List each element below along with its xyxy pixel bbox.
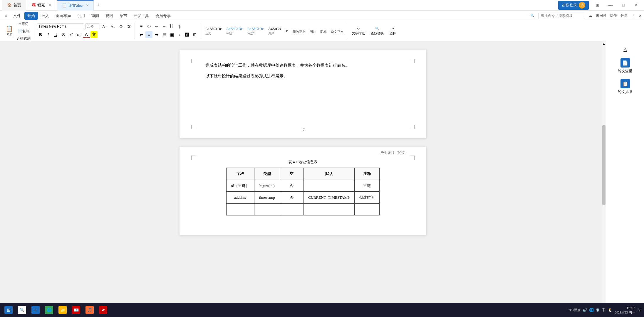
- page2-content: 表 4.1 地址信息表 字段 类型 空 默认 注释: [197, 158, 409, 215]
- style-heading1[interactable]: AaBbCcDc标题1: [224, 26, 244, 36]
- bold-button[interactable]: B: [37, 31, 44, 38]
- my-styles-button[interactable]: 我的正文: [291, 29, 307, 35]
- clock-date[interactable]: 16:07 2021/8/23 周一: [615, 306, 635, 315]
- menu-page-layout[interactable]: 页面布局: [53, 12, 74, 20]
- layout-button[interactable]: ⊞: [592, 0, 603, 11]
- tab-doc-close[interactable]: ✕: [86, 4, 89, 7]
- style-more-arrow[interactable]: ▼: [284, 28, 290, 34]
- select-button[interactable]: ↗ 选择: [388, 26, 398, 36]
- search-taskbar-button[interactable]: 🔍: [16, 304, 28, 316]
- vertical-scrollbar[interactable]: ▲ ▼: [602, 41, 606, 316]
- style-italic[interactable]: AaBbCcI斜体: [266, 26, 283, 36]
- maximize-button[interactable]: □: [618, 0, 629, 11]
- strikethrough-button[interactable]: S: [60, 31, 67, 38]
- menu-reference[interactable]: 引用: [74, 12, 88, 20]
- menu-insert[interactable]: 插入: [38, 12, 52, 20]
- text-box-button[interactable]: ▣: [168, 31, 175, 38]
- notification-area[interactable]: 🗨: [638, 308, 642, 312]
- page1-content: 完成表结构的设计工作，并在数据库中创建数据表，并为各个数据表进行命名。 以下就对…: [197, 62, 409, 80]
- copy-button[interactable]: 📄 复制: [15, 28, 32, 35]
- clear-format-button[interactable]: ⊘: [118, 23, 125, 30]
- increase-indent-button[interactable]: →: [161, 23, 168, 30]
- border-button[interactable]: ⊞: [191, 31, 198, 38]
- cpu-icon[interactable]: CPU温度: [568, 308, 580, 312]
- line-spacing-button[interactable]: ↕: [176, 31, 183, 38]
- align-right-button[interactable]: ➡: [153, 31, 160, 38]
- document-area[interactable]: 完成表结构的设计工作，并在数据库中创建数据表，并为各个数据表进行命名。 以下就对…: [0, 41, 606, 316]
- menu-start[interactable]: 开始: [24, 12, 38, 20]
- volume-icon[interactable]: 🔊: [582, 308, 587, 313]
- menu-review[interactable]: 审阅: [88, 12, 102, 20]
- cut-button[interactable]: ✂ 剪切: [15, 21, 32, 27]
- network-icon[interactable]: 🌐: [589, 308, 594, 313]
- tab-home[interactable]: 🏠 首页: [2, 0, 26, 11]
- menu-member[interactable]: 会员专享: [152, 12, 174, 20]
- start-button[interactable]: ⊞: [2, 304, 15, 316]
- qq-icon[interactable]: 🐧: [608, 308, 613, 313]
- antivirus-icons[interactable]: 🛡️: [596, 308, 600, 312]
- ribbon-search-input[interactable]: [538, 13, 585, 19]
- menu-file[interactable]: 文件: [10, 12, 24, 20]
- tab-wps-close[interactable]: ✕: [48, 3, 51, 7]
- font-size-input[interactable]: [85, 23, 100, 29]
- collapse-ribbon-button[interactable]: ∧: [639, 13, 642, 18]
- taskbar-app5-button[interactable]: 🎵: [83, 304, 96, 316]
- align-left-button[interactable]: ⬅: [138, 31, 145, 38]
- font-name-input[interactable]: [37, 23, 84, 29]
- grow-font-button[interactable]: A↑: [101, 23, 108, 30]
- shrink-font-button[interactable]: A↓: [109, 23, 116, 30]
- add-tab-button[interactable]: +: [95, 1, 103, 9]
- font-color-button[interactable]: A: [83, 31, 90, 38]
- scrollbar-thumb[interactable]: [602, 125, 606, 205]
- image-button[interactable]: 图片: [308, 29, 318, 35]
- tab-doc[interactable]: 📄 论文.doc ✕: [57, 0, 94, 11]
- spell-button[interactable]: 文: [126, 23, 133, 30]
- panel-collapse-button[interactable]: △: [621, 45, 629, 53]
- share-button[interactable]: 分享: [620, 13, 628, 18]
- sync-icon: ☁: [589, 14, 592, 18]
- paste-button[interactable]: 📋 粘贴: [4, 25, 14, 37]
- taskbar-mail-button[interactable]: 📧: [70, 304, 82, 316]
- paper-layout-button[interactable]: 📋 论文排版: [611, 77, 640, 96]
- superscript-button[interactable]: x²: [68, 31, 75, 38]
- decrease-indent-button[interactable]: ←: [153, 23, 160, 30]
- paper-check-button[interactable]: 📄 论文查重: [611, 56, 640, 75]
- scroll-up-button[interactable]: ▲: [602, 41, 606, 46]
- scrollbar-track[interactable]: [602, 46, 606, 311]
- align-center-button[interactable]: ≡: [145, 31, 152, 38]
- taskbar-explorer-button[interactable]: 📁: [56, 304, 69, 316]
- collab-button[interactable]: 协作: [610, 13, 617, 18]
- font-lib-button[interactable]: Aa 文字排版: [350, 26, 367, 36]
- taskbar-wps-button[interactable]: W: [97, 304, 109, 316]
- icon-button[interactable]: 图标: [319, 29, 328, 35]
- style-normal[interactable]: AaBbCcDc正文: [203, 26, 224, 36]
- unordered-list-button[interactable]: ≡: [138, 23, 145, 30]
- more-button[interactable]: ⋮: [631, 13, 635, 18]
- menu-chapter[interactable]: 章节: [117, 12, 130, 20]
- underline-button[interactable]: U: [52, 31, 59, 38]
- ordered-list-button[interactable]: ①: [145, 23, 152, 30]
- find-replace-button[interactable]: 🔍 查找替换: [369, 26, 385, 36]
- show-hide-button[interactable]: ¶: [176, 23, 183, 30]
- highlight-button[interactable]: 文: [90, 31, 98, 38]
- menu-devtools[interactable]: 开发工具: [131, 12, 152, 20]
- minimize-button[interactable]: —: [605, 0, 616, 11]
- sync-button[interactable]: 未同步: [596, 13, 606, 18]
- style-heading2[interactable]: AaBbCcDc标题2: [245, 26, 266, 36]
- hamburger-menu[interactable]: ≡: [2, 12, 10, 20]
- italic-button[interactable]: I: [45, 31, 52, 38]
- sort-button[interactable]: 排: [168, 23, 175, 30]
- shading-button[interactable]: 🅰: [184, 31, 191, 38]
- subscript-button[interactable]: x₂: [75, 31, 82, 38]
- menu-view[interactable]: 视图: [103, 12, 116, 20]
- taskbar-ie2-button[interactable]: 🌐: [43, 304, 55, 316]
- tab-wps[interactable]: 稻 稻壳 ✕: [27, 0, 56, 11]
- scroll-container[interactable]: 完成表结构的设计工作，并在数据库中创建数据表，并为各个数据表进行命名。 以下就对…: [0, 44, 606, 313]
- visitor-login-button[interactable]: 访客登录 访: [558, 1, 589, 10]
- ime-icon[interactable]: 中: [602, 307, 606, 313]
- paper-style-button[interactable]: 论文正文: [329, 29, 345, 35]
- explorer-icon: 📁: [58, 306, 67, 314]
- taskbar-ie-button[interactable]: e: [29, 304, 42, 316]
- justify-button[interactable]: ☰: [161, 31, 168, 38]
- close-button[interactable]: ✕: [631, 0, 642, 11]
